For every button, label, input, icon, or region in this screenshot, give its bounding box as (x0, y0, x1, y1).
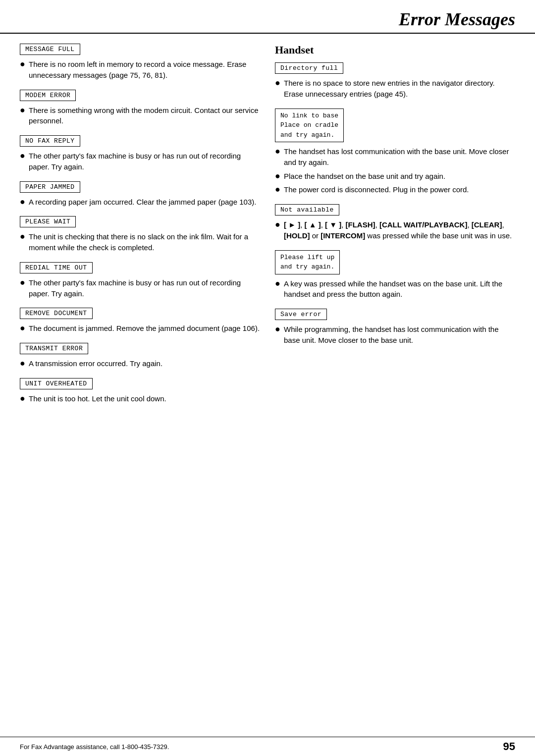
bullet-dot: ● (275, 219, 282, 230)
error-code-not-available: Not available (275, 204, 339, 216)
handset-section-title: Handset (275, 44, 515, 56)
bullet-dot: ● (20, 151, 27, 162)
bullet-text: [ ► ], [ ▲ ], [ ▼ ], [FLASH], [CALL WAIT… (284, 219, 515, 241)
error-code-transmit-error: TRANSMIT ERROR (20, 343, 88, 354)
error-code-no-fax-reply: NO FAX REPLY (20, 135, 80, 147)
error-block-no-fax-reply: NO FAX REPLY●The other party's fax machi… (20, 135, 260, 172)
bullet-text: The unit is checking that there is no sl… (29, 231, 260, 253)
bullet-text: Place the handset on the base unit and t… (284, 171, 445, 182)
page-number: 95 (503, 740, 515, 753)
error-block-modem-error: MODEM ERROR●There is something wrong wit… (20, 90, 260, 127)
list-item: ●Place the handset on the base unit and … (275, 171, 515, 182)
list-item: ●A recording paper jam occurred. Clear t… (20, 197, 260, 208)
list-item: ●The other party's fax machine is busy o… (20, 151, 260, 172)
error-code-unit-overheated: UNIT OVERHEATED (20, 378, 93, 389)
bullet-dot: ● (20, 393, 27, 404)
list-item: ●There is no room left in memory to reco… (20, 59, 260, 81)
page-header: Error Messages (0, 0, 535, 34)
list-item: ●A transmission error occurred. Try agai… (20, 358, 260, 369)
error-block-redial-time-out: REDIAL TIME OUT●The other party's fax ma… (20, 262, 260, 299)
list-item: ●The document is jammed. Remove the jamm… (20, 323, 260, 334)
bullet-dot: ● (275, 78, 282, 89)
bullet-dot: ● (20, 358, 27, 369)
bullet-dot: ● (275, 184, 282, 195)
list-item: ●The other party's fax machine is busy o… (20, 277, 260, 299)
error-block-please-lift-up: Please lift upand try again.●A key was p… (275, 250, 515, 300)
list-item: ●The handset has lost communication with… (275, 146, 515, 168)
bullet-dot: ● (20, 323, 27, 334)
error-code-no-link-to-base: No link to basePlace on cradleand try ag… (275, 108, 344, 143)
bullet-text: The other party's fax machine is busy or… (29, 277, 260, 299)
error-code-directory-full: Directory full (275, 62, 343, 74)
list-item: ●A key was pressed while the handset was… (275, 278, 515, 300)
bullet-text: The other party's fax machine is busy or… (29, 151, 260, 172)
error-code-save-error: Save error (275, 309, 327, 320)
error-block-save-error: Save error●While programming, the handse… (275, 309, 515, 346)
list-item: ●While programming, the handset has lost… (275, 324, 515, 346)
error-code-please-lift-up: Please lift upand try again. (275, 250, 340, 274)
right-column: HandsetDirectory full●There is no space … (275, 44, 515, 413)
error-code-message-full: MESSAGE FULL (20, 44, 80, 55)
bullet-text: The unit is too hot. Let the unit cool d… (29, 393, 166, 404)
bullet-dot: ● (275, 324, 282, 335)
bullet-text: A key was pressed while the handset was … (284, 278, 515, 300)
error-block-directory-full: Directory full●There is no space to stor… (275, 62, 515, 100)
bullet-text: A transmission error occurred. Try again… (29, 358, 162, 369)
bullet-dot: ● (20, 59, 27, 70)
list-item: ●There is no space to store new entries … (275, 78, 515, 100)
error-code-please-wait: PLEASE WAIT (20, 216, 76, 227)
content-area: MESSAGE FULL●There is no room left in me… (0, 34, 535, 443)
bullet-dot: ● (275, 278, 282, 289)
list-item: ●There is something wrong with the modem… (20, 105, 260, 127)
bullet-text: There is no room left in memory to recor… (29, 59, 260, 81)
error-block-not-available: Not available●[ ► ], [ ▲ ], [ ▼ ], [FLAS… (275, 204, 515, 241)
left-column: MESSAGE FULL●There is no room left in me… (20, 44, 260, 413)
page-footer: For Fax Advantage assistance, call 1-800… (0, 737, 535, 756)
bullet-text: A recording paper jam occurred. Clear th… (29, 197, 256, 208)
error-code-remove-document: REMOVE DOCUMENT (20, 308, 93, 319)
bullet-dot: ● (20, 197, 27, 208)
bullet-dot: ● (20, 277, 27, 288)
list-item: ●[ ► ], [ ▲ ], [ ▼ ], [FLASH], [CALL WAI… (275, 219, 515, 241)
page-title: Error Messages (399, 9, 515, 29)
error-block-remove-document: REMOVE DOCUMENT●The document is jammed. … (20, 308, 260, 334)
error-block-no-link-to-base: No link to basePlace on cradleand try ag… (275, 108, 515, 196)
bullet-text: The handset has lost communication with … (284, 146, 515, 168)
footer-assistance: For Fax Advantage assistance, call 1-800… (20, 743, 169, 751)
list-item: ●The unit is too hot. Let the unit cool … (20, 393, 260, 404)
bullet-text: There is something wrong with the modem … (29, 105, 260, 127)
bullet-text: There is no space to store new entries i… (284, 78, 515, 100)
list-item: ●The power cord is disconnected. Plug in… (275, 184, 515, 195)
error-block-unit-overheated: UNIT OVERHEATED●The unit is too hot. Let… (20, 378, 260, 404)
error-code-paper-jammed: PAPER JAMMED (20, 181, 80, 193)
bullet-dot: ● (20, 231, 27, 242)
bullet-text: The power cord is disconnected. Plug in … (284, 184, 469, 195)
error-code-redial-time-out: REDIAL TIME OUT (20, 262, 93, 273)
bullet-dot: ● (275, 146, 282, 157)
error-block-paper-jammed: PAPER JAMMED●A recording paper jam occur… (20, 181, 260, 208)
error-block-message-full: MESSAGE FULL●There is no room left in me… (20, 44, 260, 81)
bullet-dot: ● (20, 105, 27, 116)
error-block-please-wait: PLEASE WAIT●The unit is checking that th… (20, 216, 260, 253)
list-item: ●The unit is checking that there is no s… (20, 231, 260, 253)
error-code-modem-error: MODEM ERROR (20, 90, 76, 101)
error-block-transmit-error: TRANSMIT ERROR●A transmission error occu… (20, 343, 260, 369)
bullet-dot: ● (275, 171, 282, 182)
bullet-text: While programming, the handset has lost … (284, 324, 515, 346)
bullet-text: The document is jammed. Remove the jamme… (29, 323, 260, 334)
